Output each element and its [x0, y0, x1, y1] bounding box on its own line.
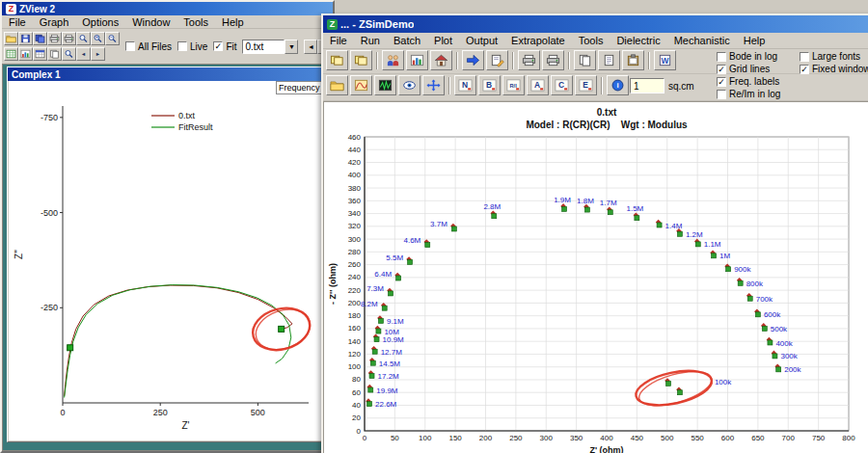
menu-dielectric[interactable]: Dielectric	[610, 35, 666, 46]
data-point[interactable]	[382, 306, 387, 310]
large-fonts-checkbox[interactable]: Large fonts	[800, 51, 868, 62]
permittivity-plot-icon[interactable]: E	[575, 75, 597, 95]
admittance-plot-icon[interactable]: A	[527, 75, 549, 95]
data-point[interactable]	[562, 206, 567, 211]
plot-type-icon[interactable]	[18, 47, 33, 61]
zoom-out-icon[interactable]: −	[105, 32, 120, 45]
data-point[interactable]	[68, 345, 73, 351]
menu-output[interactable]: Output	[459, 35, 504, 46]
data-point[interactable]	[755, 312, 760, 317]
run-fit-icon[interactable]	[462, 50, 484, 70]
menu-file[interactable]: File	[323, 35, 354, 46]
data-point[interactable]	[372, 349, 377, 354]
data-point[interactable]	[712, 253, 717, 258]
menu-mechanistic[interactable]: Mechanistic	[667, 35, 737, 46]
menu-window[interactable]: Window	[125, 16, 176, 28]
scroll-left-button[interactable]: ◄	[304, 40, 317, 54]
complex1-titlebar[interactable]: Complex 1	[8, 67, 328, 81]
plot-graph-icon[interactable]	[350, 75, 372, 95]
menu-batch[interactable]: Batch	[387, 35, 427, 46]
data-point[interactable]	[776, 367, 781, 372]
data-point[interactable]	[378, 318, 383, 323]
pan-zoom-icon[interactable]	[422, 75, 445, 95]
data-point[interactable]	[492, 214, 497, 219]
live-checkbox[interactable]: Live	[177, 41, 207, 52]
capacitance-plot-icon[interactable]: C	[551, 75, 573, 95]
complex1-plot[interactable]: 0250500-250-500-750Z'Z''0.txtFitResult	[9, 81, 327, 440]
zsim-titlebar[interactable]: Z ... - ZSimDemo	[323, 15, 868, 33]
graphs-icon[interactable]	[406, 50, 428, 70]
menu-help[interactable]: Help	[215, 16, 251, 28]
re-im-in-log-checkbox[interactable]: Re/Im in log	[717, 89, 780, 99]
save-icon[interactable]	[18, 32, 33, 45]
data-point[interactable]	[279, 326, 285, 332]
data-point[interactable]	[635, 216, 639, 221]
data-point[interactable]	[773, 354, 777, 359]
grid-lines-checkbox[interactable]: ✓Grid lines	[717, 64, 777, 74]
data-point[interactable]	[425, 243, 430, 248]
menu-file[interactable]: File	[2, 16, 33, 28]
data-point[interactable]	[666, 381, 671, 386]
data-point[interactable]	[370, 360, 375, 365]
fax-print-icon[interactable]	[518, 50, 540, 70]
menu-extrapolate[interactable]: Extrapolate	[504, 35, 572, 46]
data-point[interactable]	[657, 223, 662, 227]
save-all-icon[interactable]	[33, 32, 47, 45]
copy-graph-icon[interactable]	[47, 47, 62, 61]
data-point[interactable]	[367, 402, 372, 407]
zview-titlebar[interactable]: Z ZView 2	[2, 2, 333, 15]
print-icon[interactable]	[542, 50, 564, 70]
new-plot-icon[interactable]	[4, 47, 18, 61]
print-icon[interactable]	[47, 32, 62, 45]
data-point[interactable]	[368, 387, 373, 392]
menu-help[interactable]: Help	[737, 35, 773, 46]
combo-dropdown-button[interactable]: ▼	[285, 40, 298, 54]
data-point[interactable]	[677, 390, 682, 395]
data-point[interactable]	[738, 280, 743, 285]
data-point[interactable]	[369, 373, 374, 378]
info-icon[interactable]: i	[607, 75, 629, 95]
area-input[interactable]	[630, 78, 665, 93]
menu-tools[interactable]: Tools	[572, 35, 610, 46]
home-icon[interactable]	[430, 50, 452, 70]
menu-tools[interactable]: Tools	[176, 16, 215, 28]
copy-pages-icon[interactable]	[574, 50, 596, 70]
word-report-icon[interactable]: W	[654, 50, 676, 70]
file-combo[interactable]: ▼	[242, 40, 298, 54]
real-imag-plot-icon[interactable]: R/I	[502, 75, 525, 95]
signal-icon[interactable]	[374, 75, 396, 95]
all-files-checkbox[interactable]: All Files	[125, 41, 172, 52]
open-file-icon[interactable]	[4, 32, 18, 45]
bode-in-log-checkbox[interactable]: Bode in log	[717, 51, 777, 62]
menu-run[interactable]: Run	[354, 35, 387, 46]
clipboard-icon[interactable]	[622, 50, 644, 70]
menu-plot[interactable]: Plot	[427, 35, 459, 46]
print-preview-icon[interactable]	[62, 32, 76, 45]
data-point[interactable]	[451, 226, 456, 231]
data-point[interactable]	[762, 326, 767, 331]
nyquist-plot-icon[interactable]: N	[454, 75, 476, 95]
scroll-right-icon[interactable]: ►	[91, 47, 105, 61]
data-point[interactable]	[695, 242, 700, 247]
preview-icon[interactable]	[398, 75, 420, 95]
data-point[interactable]	[408, 259, 413, 264]
menu-options[interactable]: Options	[75, 16, 125, 28]
data-list-icon[interactable]	[33, 47, 47, 61]
open-data-icon[interactable]	[326, 75, 348, 95]
file-combo-value[interactable]	[242, 40, 285, 54]
window-new-icon[interactable]	[350, 50, 372, 70]
data-point[interactable]	[608, 210, 612, 215]
zoom-icon[interactable]	[76, 32, 91, 45]
zoom-reset-icon[interactable]	[62, 47, 76, 61]
data-point[interactable]	[388, 291, 393, 296]
data-point[interactable]	[747, 296, 752, 301]
data-point[interactable]	[396, 276, 401, 280]
data-point[interactable]	[584, 207, 589, 212]
report-page-icon[interactable]	[598, 50, 620, 70]
window-copy-icon[interactable]	[326, 50, 348, 70]
subjects-icon[interactable]	[382, 50, 404, 70]
data-point[interactable]	[726, 267, 731, 272]
zoom-in-icon[interactable]: +	[91, 32, 105, 45]
zsim-chart[interactable]: 0501001502002503003504004505005506006507…	[323, 101, 868, 453]
scroll-left-icon[interactable]: ◄	[76, 47, 91, 61]
